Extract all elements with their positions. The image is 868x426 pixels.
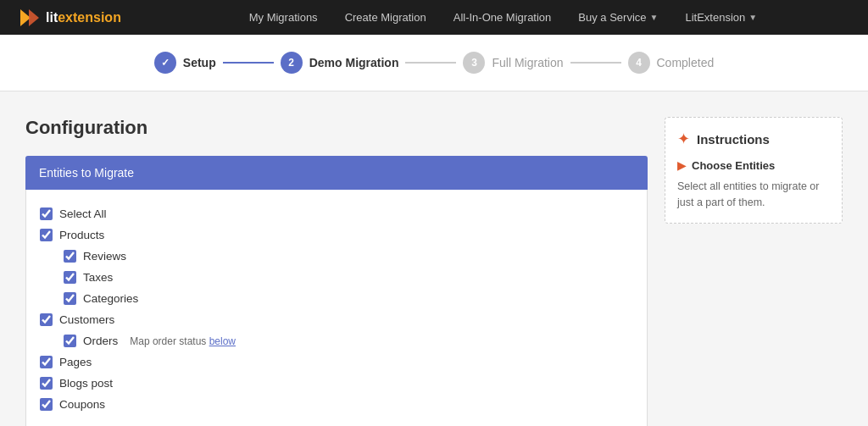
- customers-label: Customers: [59, 313, 114, 326]
- nav: My Migrations Create Migration All-In-On…: [155, 11, 851, 24]
- step-3-circle: 3: [463, 52, 485, 74]
- content-area: Configuration Entities to Migrate Select…: [25, 117, 648, 426]
- blogs-post-label: Blogs post: [59, 377, 113, 390]
- arrow-right-icon: ▶: [677, 158, 687, 172]
- nav-buy-service[interactable]: Buy a Service ▼: [568, 11, 668, 24]
- step-line-2: [405, 62, 456, 64]
- entities-list: Select All Products Reviews Taxes Catego…: [25, 190, 648, 426]
- nav-allinone-migration[interactable]: All-In-One Migration: [443, 11, 562, 24]
- stepper-container: ✓ Setup 2 Demo Migration 3 Full Migratio…: [0, 35, 868, 91]
- logo-text-lit: lit: [46, 10, 58, 25]
- step-4-circle: 4: [628, 52, 650, 74]
- categories-checkbox[interactable]: [64, 292, 76, 305]
- pages-label: Pages: [59, 356, 92, 368]
- checkbox-taxes: Taxes: [40, 267, 633, 288]
- map-order-text: Map order status below: [130, 335, 236, 347]
- step-demo-migration: 2 Demo Migration: [281, 52, 399, 74]
- instructions-box: ✦ Instructions ▶ Choose Entities Select …: [665, 117, 843, 224]
- logo-text-ext: extension: [58, 10, 121, 25]
- step-full-migration: 3 Full Migration: [463, 52, 563, 74]
- coupons-checkbox[interactable]: [40, 398, 53, 411]
- step-completed: 4 Completed: [628, 52, 715, 74]
- orders-checkbox[interactable]: [64, 335, 76, 347]
- nav-create-migration[interactable]: Create Migration: [335, 11, 437, 24]
- step-2-circle: 2: [281, 52, 303, 74]
- instructions-title: Instructions: [697, 132, 770, 147]
- reviews-checkbox[interactable]: [64, 250, 76, 263]
- instructions-text: Select all entities to migrate or just a…: [677, 179, 830, 211]
- main-content: Configuration Entities to Migrate Select…: [0, 91, 868, 426]
- instructions-icon: ✦: [677, 130, 690, 148]
- map-order-link[interactable]: below: [209, 335, 236, 347]
- orders-label: Orders: [83, 335, 118, 347]
- step-line-1: [223, 62, 274, 64]
- checkbox-categories: Categories: [40, 288, 633, 309]
- instructions-section-label: Choose Entities: [692, 159, 775, 172]
- products-label: Products: [59, 229, 104, 241]
- nav-my-migrations[interactable]: My Migrations: [239, 11, 328, 24]
- checkbox-products: Products: [40, 224, 633, 246]
- page-title: Configuration: [25, 117, 648, 139]
- step-1-label: Setup: [183, 56, 216, 69]
- instructions-panel: ✦ Instructions ▶ Choose Entities Select …: [665, 117, 843, 426]
- products-checkbox[interactable]: [40, 229, 53, 241]
- step-1-circle: ✓: [154, 52, 176, 74]
- entities-header: Entities to Migrate: [25, 156, 648, 190]
- stepper: ✓ Setup 2 Demo Migration 3 Full Migratio…: [154, 52, 714, 74]
- checkbox-blogs-post: Blogs post: [40, 373, 633, 394]
- step-3-label: Full Migration: [492, 56, 563, 69]
- checkbox-reviews: Reviews: [40, 246, 633, 267]
- taxes-checkbox[interactable]: [64, 271, 76, 284]
- svg-marker-1: [29, 9, 39, 26]
- instructions-header: ✦ Instructions: [677, 130, 830, 148]
- header: litextension My Migrations Create Migrat…: [0, 0, 868, 35]
- pages-checkbox[interactable]: [40, 356, 53, 368]
- checkbox-coupons: Coupons: [40, 394, 633, 415]
- logo-icon: [17, 6, 41, 30]
- instructions-section-title: ▶ Choose Entities: [677, 158, 830, 172]
- select-all-checkbox[interactable]: [40, 207, 53, 220]
- checkbox-customers: Customers: [40, 309, 633, 330]
- logo: litextension: [17, 6, 121, 30]
- categories-label: Categories: [83, 292, 138, 305]
- select-all-label: Select All: [59, 207, 107, 220]
- blogs-post-checkbox[interactable]: [40, 377, 53, 390]
- step-line-3: [570, 62, 621, 64]
- litextension-arrow: ▼: [748, 13, 757, 22]
- step-1-checkmark: ✓: [161, 57, 170, 69]
- step-4-label: Completed: [657, 56, 715, 69]
- reviews-label: Reviews: [83, 250, 126, 263]
- buy-service-arrow: ▼: [650, 13, 659, 22]
- checkbox-pages: Pages: [40, 351, 633, 373]
- checkbox-orders: Orders Map order status below: [40, 330, 633, 351]
- customers-checkbox[interactable]: [40, 313, 53, 326]
- step-2-label: Demo Migration: [309, 56, 399, 69]
- nav-litextension[interactable]: LitExtension ▼: [675, 11, 767, 24]
- taxes-label: Taxes: [83, 271, 113, 284]
- checkbox-select-all: Select All: [40, 203, 633, 224]
- step-setup: ✓ Setup: [154, 52, 216, 74]
- coupons-label: Coupons: [59, 398, 105, 411]
